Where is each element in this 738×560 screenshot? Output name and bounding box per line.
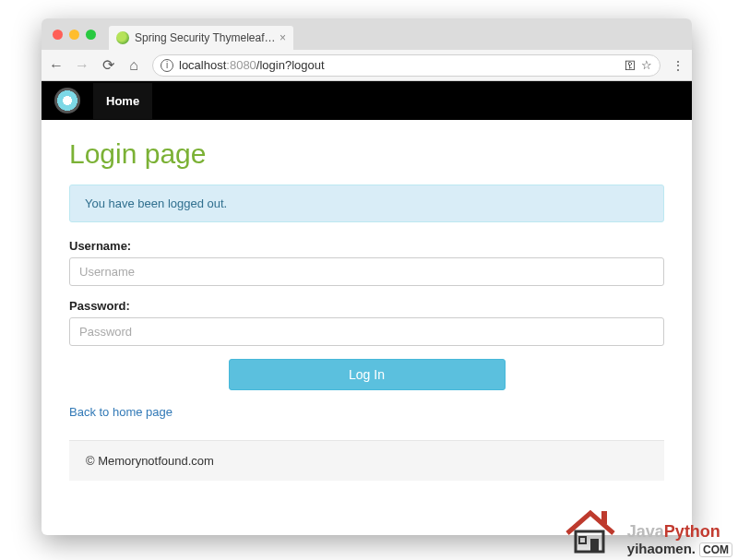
password-label: Password: xyxy=(69,299,664,313)
key-icon[interactable]: ⚿ xyxy=(625,59,636,72)
maximize-window-icon[interactable] xyxy=(86,30,96,40)
reload-icon[interactable]: ⟳ xyxy=(101,56,115,74)
watermark-gray: Java xyxy=(627,522,664,541)
forward-icon[interactable]: → xyxy=(75,57,89,74)
watermark: JavaPython yihaomen.COM xyxy=(627,523,732,556)
url-host: localhost xyxy=(179,58,226,72)
password-input[interactable] xyxy=(69,317,664,346)
username-label: Username: xyxy=(69,239,664,253)
brand-logo-icon[interactable] xyxy=(54,88,80,113)
logout-alert: You have been logged out. xyxy=(69,185,664,222)
minimize-window-icon[interactable] xyxy=(69,30,79,40)
svg-rect-3 xyxy=(601,511,607,524)
url-input[interactable]: i localhost:8080/login?logout ⚿ ☆ xyxy=(152,54,661,77)
username-input[interactable] xyxy=(69,257,664,286)
watermark-badge: COM xyxy=(699,542,732,557)
home-icon[interactable]: ⌂ xyxy=(126,57,141,74)
watermark-red: Python xyxy=(664,522,720,541)
window-controls xyxy=(53,30,96,40)
spring-favicon-icon xyxy=(116,31,129,44)
password-group: Password: xyxy=(69,299,664,346)
login-button[interactable]: Log In xyxy=(229,359,506,390)
watermark-domain: yihaomen. xyxy=(627,541,696,556)
page-content: Login page You have been logged out. Use… xyxy=(42,120,692,535)
tab-strip: Spring Security Thymeleaf - Lo × xyxy=(42,18,692,50)
svg-rect-1 xyxy=(590,539,599,552)
address-bar: ← → ⟳ ⌂ i localhost:8080/login?logout ⚿ … xyxy=(42,50,692,81)
star-icon[interactable]: ☆ xyxy=(641,58,652,72)
close-window-icon[interactable] xyxy=(53,30,63,40)
menu-icon[interactable]: ⋮ xyxy=(672,58,684,73)
tab-close-icon[interactable]: × xyxy=(280,31,286,44)
nav-home-link[interactable]: Home xyxy=(93,83,152,119)
url-path: /login?logout xyxy=(256,58,325,72)
tab-title: Spring Security Thymeleaf - Lo xyxy=(135,31,276,44)
browser-tab-active[interactable]: Spring Security Thymeleaf - Lo × xyxy=(109,26,293,50)
username-group: Username: xyxy=(69,239,664,286)
browser-window: Spring Security Thymeleaf - Lo × ← → ⟳ ⌂… xyxy=(42,18,692,535)
back-home-link[interactable]: Back to home page xyxy=(69,405,173,419)
url-port: :8080 xyxy=(226,58,256,72)
house-logo-icon xyxy=(563,506,618,556)
svg-rect-2 xyxy=(579,537,586,543)
app-navbar: Home xyxy=(42,81,692,120)
site-info-icon[interactable]: i xyxy=(161,59,173,72)
page-title: Login page xyxy=(69,138,664,170)
page-footer: © Memorynotfound.com xyxy=(69,440,664,481)
back-icon[interactable]: ← xyxy=(49,57,64,74)
